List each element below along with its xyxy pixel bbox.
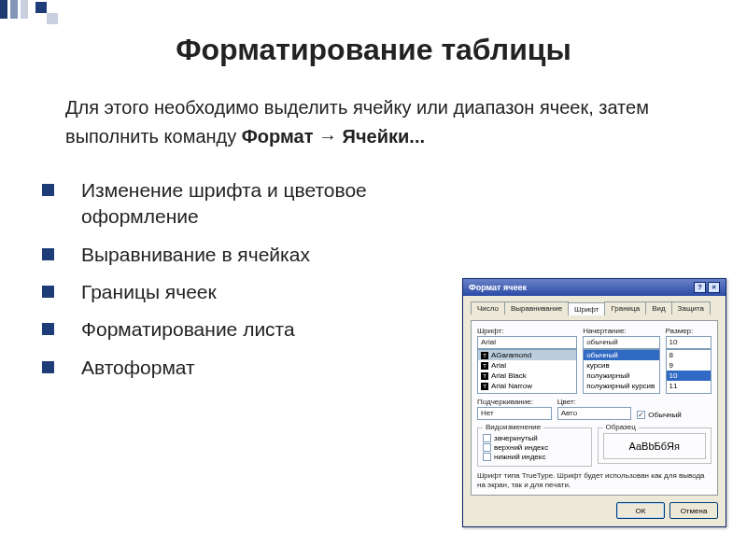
subscript-checkbox[interactable]: нижний индекс <box>483 453 586 461</box>
list-item: Границы ячеек <box>42 279 430 305</box>
font-option: TArial <box>478 360 576 371</box>
size-option: 10 <box>667 371 711 381</box>
underline-select[interactable]: Нет <box>477 407 552 420</box>
effects-group-label: Видоизменение <box>483 423 543 431</box>
format-cells-dialog: Формат ячеек ? × Число Выравнивание Шриф… <box>462 278 726 527</box>
font-input[interactable]: Arial <box>477 336 577 349</box>
intro-text: Для этого необходимо выделить ячейку или… <box>0 93 747 151</box>
dialog-titlebar[interactable]: Формат ячеек ? × <box>463 279 726 296</box>
dialog-buttons: ОК Отмена <box>471 502 718 519</box>
menu-format-label: Формат <box>242 126 314 147</box>
tab-alignment[interactable]: Выравнивание <box>504 301 569 315</box>
checkbox-icon <box>483 434 491 442</box>
tab-protection[interactable]: Защита <box>671 301 711 315</box>
sample-preview: АаВbБбЯя <box>603 433 707 459</box>
style-input[interactable]: обычный <box>583 336 659 349</box>
list-item: Изменение шрифта и цветовое оформление <box>42 177 430 231</box>
checkbox-icon <box>483 453 491 461</box>
size-option: 9 <box>667 360 711 371</box>
effects-group: Видоизменение зачеркнутый верхний индекс… <box>477 427 592 467</box>
sample-group: Образец АаВbБбЯя <box>598 427 712 464</box>
checkbox-icon <box>483 443 491 452</box>
truetype-hint: Шрифт типа TrueType. Шрифт будет использ… <box>477 471 712 489</box>
corner-square-1 <box>35 2 47 13</box>
style-option: полужирный курсив <box>584 381 658 391</box>
font-option: TAGaramond <box>478 350 576 360</box>
tab-border[interactable]: Граница <box>604 301 646 315</box>
style-option: обычный <box>584 350 658 360</box>
strike-checkbox[interactable]: зачеркнутый <box>483 434 586 442</box>
dialog-body: Число Выравнивание Шрифт Граница Вид Защ… <box>463 296 726 526</box>
superscript-checkbox[interactable]: верхний индекс <box>483 443 586 452</box>
corner-accent <box>0 0 28 19</box>
list-item: Форматирование листа <box>42 316 430 343</box>
style-label: Начертание: <box>583 327 659 335</box>
underline-label: Подчеркивание: <box>477 398 552 406</box>
tab-number[interactable]: Число <box>471 301 505 315</box>
color-label: Цвет: <box>557 398 632 406</box>
corner-square-2 <box>47 13 58 24</box>
size-option: 8 <box>667 350 711 360</box>
font-label: Шрифт: <box>477 327 577 335</box>
sample-group-label: Образец <box>603 423 639 431</box>
normal-font-label: Обычный <box>648 411 681 419</box>
font-option: TArial Narrow <box>478 381 576 391</box>
style-option: курсив <box>584 360 658 371</box>
tab-panel-font: Шрифт: Arial TAGaramond TArial TArial Bl… <box>471 320 718 496</box>
style-listbox[interactable]: обычный курсив полужирный полужирный кур… <box>583 349 659 394</box>
normal-font-checkbox[interactable]: Обычный <box>637 411 712 419</box>
size-input[interactable]: 10 <box>666 336 712 349</box>
tab-view[interactable]: Вид <box>645 301 671 315</box>
style-option: полужирный <box>584 371 658 381</box>
tab-strip: Число Выравнивание Шрифт Граница Вид Защ… <box>471 301 718 315</box>
list-item: Выравнивание в ячейках <box>42 242 430 268</box>
arrow: → <box>318 126 343 147</box>
close-button[interactable]: × <box>708 282 720 293</box>
bullet-list: Изменение шрифта и цветовое оформление В… <box>0 177 430 381</box>
size-label: Размер: <box>666 327 712 335</box>
checkbox-icon <box>637 411 645 419</box>
cancel-button[interactable]: Отмена <box>669 502 718 519</box>
size-listbox[interactable]: 8 9 10 11 <box>666 349 712 394</box>
slide-title: Форматирование таблицы <box>0 33 747 67</box>
color-select[interactable]: Авто <box>557 407 632 420</box>
tab-font[interactable]: Шрифт <box>568 302 605 315</box>
ok-button[interactable]: ОК <box>616 502 665 519</box>
help-button[interactable]: ? <box>694 282 706 293</box>
dialog-title-text: Формат ячеек <box>469 283 527 292</box>
font-option: TArial Black <box>478 371 576 381</box>
list-item: Автоформат <box>42 355 430 381</box>
font-listbox[interactable]: TAGaramond TArial TArial Black TArial Na… <box>477 349 577 394</box>
menu-cells-label: Ячейки... <box>343 126 425 147</box>
size-option: 11 <box>667 381 711 391</box>
